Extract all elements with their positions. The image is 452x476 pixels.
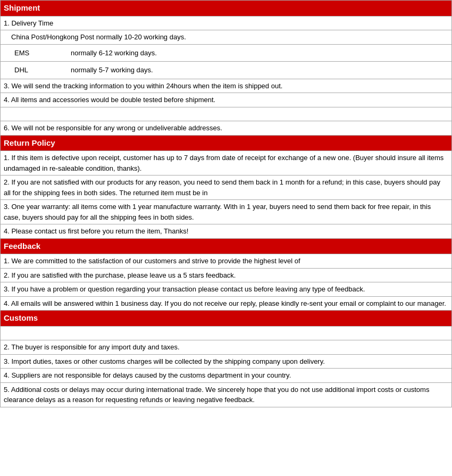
shipment-spacer — [1, 107, 452, 121]
main-table: Shipment 1. Delivery Time China Post/Hon… — [0, 0, 452, 407]
shipment-header: Shipment — [1, 1, 452, 16]
customs-spacer — [1, 326, 452, 340]
return-policy-row2: 2. If you are not satisfied with our pro… — [1, 176, 452, 200]
customs-row3: 3. Import duties, taxes or other customs… — [1, 354, 452, 369]
customs-row4: 4. Suppliers are not responsible for del… — [1, 369, 452, 383]
dhl-value: normally 5-7 working days. — [68, 63, 448, 77]
feedback-header: Feedback — [1, 238, 452, 254]
china-post-row: China Post/Hongkong Post normally 10-20 … — [1, 30, 452, 45]
ems-label: EMS — [4, 46, 68, 60]
shipment-row6: 6. We will not be responsible for any wr… — [1, 121, 452, 136]
return-policy-header: Return Policy — [1, 135, 452, 151]
return-policy-row1: 1. If this item is defective upon receip… — [1, 151, 452, 176]
return-policy-row3: 3. One year warranty: all items come wit… — [1, 200, 452, 224]
dhl-row: DHL normally 5-7 working days. — [1, 62, 452, 79]
feedback-row4: 4. All emails will be answered within 1 … — [1, 296, 452, 311]
customs-row2: 2. The buyer is responsible for any impo… — [1, 340, 452, 355]
customs-row5: 5. Additional costs or delays may occur … — [1, 382, 452, 407]
ems-value: normally 6-12 working days. — [68, 46, 448, 60]
customs-header: Customs — [1, 311, 452, 327]
shipment-row4: 4. All items and accessories would be do… — [1, 93, 452, 107]
feedback-row3: 3. If you have a problem or question reg… — [1, 282, 452, 297]
return-policy-row4: 4. Please contact us first before you re… — [1, 224, 452, 239]
delivery-time-row: 1. Delivery Time — [1, 16, 452, 30]
shipment-row3: 3. We will send the tracking information… — [1, 79, 452, 93]
ems-row: EMS normally 6-12 working days. — [1, 44, 452, 62]
dhl-label: DHL — [4, 63, 68, 77]
feedback-row2: 2. If you are satisfied with the purchas… — [1, 268, 452, 282]
feedback-row1: 1. We are committed to the satisfaction … — [1, 254, 452, 269]
